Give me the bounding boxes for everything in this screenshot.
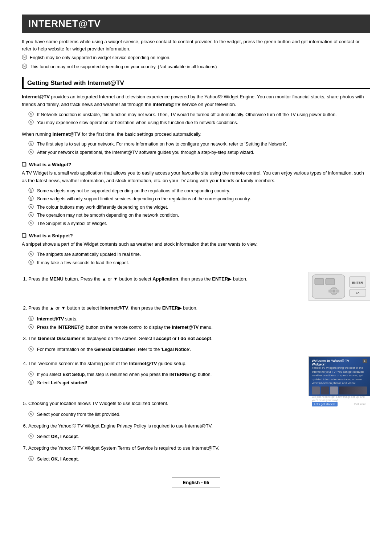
step-4-image: Welcome to Yahoo!® TV Widgets! 1 Yahoo! … — [309, 356, 370, 396]
intro-note-2-text: This function may not be supported depen… — [30, 64, 217, 70]
step-4-row: The 'welcome screen' is the starting poi… — [22, 356, 370, 396]
svg-text:N: N — [30, 205, 32, 209]
note-icon-2: N — [22, 64, 28, 71]
section-note-1b: N You may experience slow operation or h… — [28, 119, 370, 127]
section-body-2: When running Internet@TV for the first t… — [22, 131, 370, 138]
svg-text:N: N — [30, 412, 32, 416]
step-1-content: Press the MENU button. Press the ▲ or ▼ … — [22, 272, 301, 287]
step-4-note-1: N If you select Exit Setup, this step is… — [28, 371, 301, 379]
svg-text:N: N — [30, 325, 32, 329]
step-3-text: The General Disclaimer is displayed on t… — [28, 335, 370, 343]
svg-text:N: N — [30, 372, 32, 376]
widget-note-2: N Some widgets will only support limited… — [28, 196, 370, 203]
widget-note-1: N Some widgets may not be supported depe… — [28, 188, 370, 195]
svg-text:N: N — [30, 150, 32, 154]
snippet-note-1: N The snippets are automatically updated… — [28, 251, 370, 259]
step-5-note-1-text: Select your country from the list provid… — [37, 411, 121, 418]
note-2a-text: The first step is to set up your network… — [37, 141, 287, 148]
svg-text:N: N — [30, 142, 32, 146]
svg-rect-34 — [336, 290, 339, 292]
widget-note-5-text: The Snippet is a symbol of Widget. — [37, 220, 107, 227]
step-2-text: Press the ▲ or ▼ button to select Intern… — [28, 304, 370, 312]
step-3-note-1-text: For more information on the General Disc… — [37, 346, 191, 353]
section-note-2b: N After your network is operational, the… — [28, 149, 370, 157]
section-body-1: Internet@TV provides an integrated Inter… — [22, 93, 370, 109]
svg-text:N: N — [30, 197, 32, 200]
step-2: Press the ▲ or ▼ button to select Intern… — [22, 304, 370, 331]
widget-note-4-text: The operation may not be smooth dependin… — [37, 212, 179, 219]
svg-text:N: N — [30, 112, 32, 116]
step-4-note-2: N Select Let's get started! — [28, 380, 301, 387]
page-title: INTERNET@TV — [22, 15, 370, 33]
svg-text:N: N — [30, 381, 32, 384]
widget-note-3: N The colour buttons may work differentl… — [28, 204, 370, 212]
svg-rect-32 — [332, 293, 336, 295]
step-4-note-2-text: Select Let's get started! — [37, 380, 87, 386]
svg-text:N: N — [30, 347, 32, 351]
step-7: Accepting the Yahoo!® TV Widget System T… — [22, 445, 370, 463]
step-2-note-1: N Internet@TV starts. — [28, 316, 370, 323]
step-3: The General Disclaimer is displayed on t… — [22, 335, 370, 353]
step-1: Press the MENU button. Press the ▲ or ▼ … — [28, 275, 301, 283]
step-7-note-1-text: Select OK, I Accept. — [37, 456, 79, 463]
svg-text:N: N — [23, 65, 26, 68]
widget-subheading: What is a Widget? — [22, 161, 370, 167]
step-1-image: ENTER EX — [309, 272, 370, 301]
note-icon: N — [22, 54, 28, 62]
widget-note-1-text: Some widgets may not be supported depend… — [37, 188, 230, 195]
step-7-note-1: N Select OK, I Accept. — [28, 456, 370, 463]
svg-text:N: N — [30, 317, 32, 320]
svg-text:N: N — [30, 261, 32, 264]
snippet-note-2-text: It may take a few seconds to load the sn… — [37, 259, 129, 266]
snippet-body: A snippet shows a part of the Widget con… — [22, 241, 370, 248]
step-4-text: The 'welcome screen' is the starting poi… — [28, 360, 301, 368]
widget-note-4: N The operation may not be smooth depend… — [28, 212, 370, 220]
note-1a-text: If Network condition is unstable, this f… — [37, 111, 336, 118]
widget-note-5: N The Snippet is a symbol of Widget. — [28, 220, 370, 228]
svg-text:N: N — [30, 457, 32, 461]
svg-text:EX: EX — [356, 291, 360, 294]
step-2-note-2-text: Press the INTERNET@ button on the remote… — [37, 324, 213, 331]
svg-text:N: N — [30, 221, 32, 225]
step-6-note-1-text: Select OK, I Accept. — [37, 433, 79, 440]
step-6-text: Accepting the Yahoo!® TV Widget Engine P… — [28, 422, 370, 430]
svg-point-30 — [332, 290, 335, 292]
snippet-note-1-text: The snippets are automatically updated i… — [37, 251, 141, 258]
step-3-note-1: N For more information on the General Di… — [28, 346, 370, 354]
page-footer: English - 65 — [22, 478, 370, 487]
note-2b-text: After your network is operational, the I… — [37, 149, 254, 156]
step-6-note-1: N Select OK, I Accept. — [28, 433, 370, 441]
step-5-note-1: N Select your country from the list prov… — [28, 411, 370, 419]
footer-label: English - 65 — [172, 478, 221, 487]
steps-container: Press the MENU button. Press the ▲ or ▼ … — [22, 272, 370, 463]
step-2-note-2: N Press the INTERNET@ button on the remo… — [28, 324, 370, 332]
step-1-row: Press the MENU button. Press the ▲ or ▼ … — [22, 272, 370, 301]
svg-rect-31 — [332, 287, 336, 289]
section-heading: Getting Started with Internet@TV — [22, 77, 370, 89]
svg-rect-28 — [326, 278, 335, 285]
section-note-2a: N The first step is to set up your netwo… — [28, 141, 370, 148]
intro-main-text: If you have some problems while using a … — [22, 38, 370, 52]
snippet-note-2: N It may take a few seconds to load the … — [28, 259, 370, 267]
widget-note-2-text: Some widgets will only support limited s… — [37, 196, 251, 202]
svg-text:N: N — [30, 252, 32, 256]
svg-rect-33 — [328, 290, 332, 292]
intro-note-2: N This function may not be supported dep… — [22, 64, 370, 71]
svg-rect-27 — [315, 278, 324, 285]
section-note-1a: N If Network condition is unstable, this… — [28, 111, 370, 119]
step-2-note-1-text: Internet@TV starts. — [37, 316, 78, 323]
widget-body: A TV Widget is a small web application t… — [22, 169, 370, 185]
svg-text:N: N — [23, 56, 26, 59]
svg-text:N: N — [30, 213, 32, 217]
svg-text:N: N — [30, 434, 32, 438]
snippet-subheading: What is a Snippet? — [22, 233, 370, 238]
svg-text:ENTER: ENTER — [352, 281, 363, 285]
step-6: Accepting the Yahoo!® TV Widget Engine P… — [22, 422, 370, 441]
intro-note-1-text: English may be only supported in widget … — [30, 54, 171, 61]
note-1b-text: You may experience slow operation or hes… — [37, 119, 238, 126]
step-4-note-1-text: If you select Exit Setup, this step is r… — [37, 371, 212, 378]
svg-text:N: N — [30, 189, 32, 192]
widget-note-3-text: The colour buttons may work differently … — [37, 204, 168, 211]
intro-note-1: N English may be only supported in widge… — [22, 54, 370, 62]
step-7-text: Accepting the Yahoo!® TV Widget System T… — [28, 445, 370, 452]
